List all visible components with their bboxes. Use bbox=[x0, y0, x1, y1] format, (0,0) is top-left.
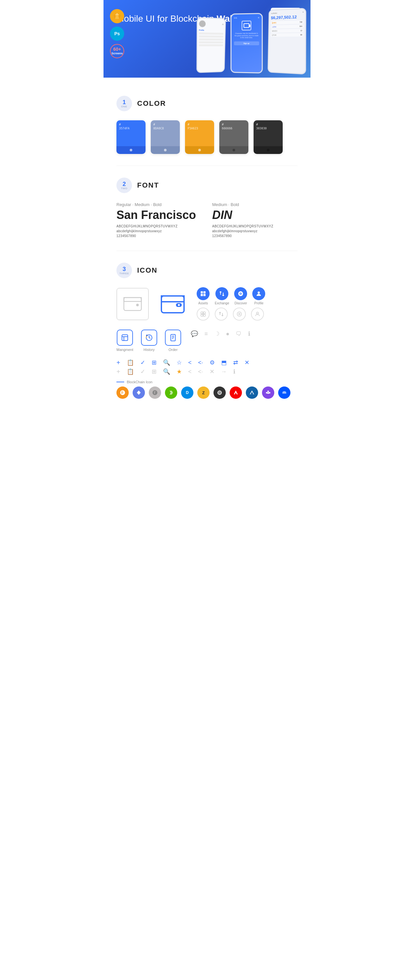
ark-icon bbox=[230, 387, 242, 399]
chat-icon: 🗨 bbox=[236, 331, 242, 337]
color-title: COLOR bbox=[137, 99, 166, 108]
font-section: 2 TWO FONT Regular · Medium · Bold San F… bbox=[104, 166, 310, 251]
nav-icons-column: Assets Exchange Discover bbox=[197, 287, 265, 321]
circle-icon: ● bbox=[226, 331, 230, 337]
info-outline-icon: ℹ bbox=[233, 369, 236, 374]
screens-badge: 60+ Screens bbox=[110, 44, 124, 58]
icon-section-header: 3 THREE ICON bbox=[116, 262, 298, 278]
share-icon: <· bbox=[198, 360, 203, 366]
utility-icons-gray: + 📋 ✓ ⊞ 🔍 ★ < <· ✕ → ℹ bbox=[116, 368, 298, 375]
svg-rect-14 bbox=[201, 294, 203, 296]
order-icon bbox=[165, 329, 181, 346]
utility-icons-blue: + 📋 ✓ ⊞ 🔍 ☆ < <· ⚙ ⬒ ⇄ ✕ bbox=[116, 360, 298, 366]
plus-outline-icon: + bbox=[116, 368, 120, 375]
check-icon: ✓ bbox=[140, 360, 145, 366]
swatch-dark: #303030 bbox=[253, 120, 283, 154]
hero-section: Mobile UI for Blockchain Wallet UI Kit P… bbox=[104, 0, 310, 78]
star-filled-icon: ★ bbox=[177, 369, 182, 374]
svg-point-25 bbox=[239, 313, 240, 315]
save-icon: ⬒ bbox=[221, 360, 227, 366]
waves-icon bbox=[278, 387, 290, 399]
info-icon: ℹ bbox=[248, 330, 250, 337]
wallet-grid-icon bbox=[116, 288, 149, 320]
moon-icon: ☽ bbox=[215, 330, 220, 337]
order-icon-item: Order bbox=[165, 329, 181, 352]
comment-icon: 💬 bbox=[191, 330, 198, 337]
svg-rect-22 bbox=[201, 314, 203, 316]
svg-rect-27 bbox=[122, 335, 128, 340]
font-din: Medium · Bold DIN ABCDEFGHIJKLMNOPQRSTUV… bbox=[212, 202, 298, 239]
sketch-badge bbox=[110, 9, 124, 23]
clipboard-icon: 📋 bbox=[127, 360, 134, 366]
back-outline-icon: < bbox=[188, 369, 192, 374]
settings-icon: ⚙ bbox=[210, 360, 215, 366]
section-number-1: 1 ONE bbox=[116, 96, 132, 111]
din-name: DIN bbox=[212, 208, 298, 222]
font-grid: Regular · Medium · Bold San Francisco AB… bbox=[116, 202, 298, 239]
svg-point-24 bbox=[237, 312, 242, 316]
qr-icon: ⊞ bbox=[152, 360, 156, 366]
svg-point-31 bbox=[146, 335, 147, 336]
dash-icon: D bbox=[181, 387, 193, 399]
app-icons-row: Mangment History Order bbox=[116, 329, 181, 352]
svg-rect-15 bbox=[204, 294, 206, 296]
sf-nums: 1234567890 bbox=[116, 234, 202, 238]
search-outline-icon: 🔍 bbox=[163, 369, 170, 374]
din-nums: 1234567890 bbox=[212, 234, 298, 238]
ps-badge: Ps bbox=[110, 27, 124, 41]
section-number-2: 2 TWO bbox=[116, 178, 132, 193]
section-number-3: 3 THREE bbox=[116, 262, 132, 278]
blockchain-label-text: BlockChain Icon bbox=[127, 380, 153, 384]
eth-icon bbox=[132, 387, 145, 399]
color-section-header: 1 ONE COLOR bbox=[116, 96, 298, 111]
swap-icon: ⇄ bbox=[233, 360, 238, 366]
hero-badges: Ps 60+ Screens bbox=[110, 9, 124, 58]
history-icon bbox=[141, 329, 157, 346]
search-icon: 🔍 bbox=[163, 360, 170, 366]
blockchain-section: BlockChain Icon bbox=[116, 380, 298, 384]
sf-upper: ABCDEFGHIJKLMNOPQRSTUVWXYZ bbox=[116, 224, 202, 228]
font-sf: Regular · Medium · Bold San Francisco AB… bbox=[116, 202, 202, 239]
svg-point-7 bbox=[136, 304, 139, 306]
check-outline-icon: ✓ bbox=[140, 369, 145, 374]
close-icon: ✕ bbox=[245, 360, 249, 366]
ardr-icon bbox=[246, 387, 258, 399]
icon-title: ICON bbox=[137, 266, 158, 275]
blockchain-line bbox=[116, 382, 124, 382]
svg-point-18 bbox=[240, 293, 241, 294]
din-upper: ABCDEFGHIJKLMNOPQRSTUVWXYZ bbox=[212, 224, 298, 228]
phone-mockup-left: AI Profile bbox=[196, 17, 226, 73]
svg-point-26 bbox=[256, 312, 258, 314]
arrow-icon: → bbox=[221, 369, 227, 374]
cross-icon: ✕ bbox=[210, 369, 215, 374]
layers-icon: ≡ bbox=[204, 331, 208, 337]
back-icon: < bbox=[188, 360, 192, 366]
ltc-icon bbox=[149, 387, 161, 399]
svg-rect-6 bbox=[124, 298, 141, 301]
svg-rect-20 bbox=[201, 312, 203, 314]
icon-section: 3 THREE ICON bbox=[104, 251, 310, 410]
grid-icon bbox=[213, 387, 226, 399]
svg-rect-23 bbox=[204, 314, 205, 316]
sf-lower: abcdefghijklmnopqrstuvwxyz bbox=[116, 229, 202, 233]
swatch-slate: #8DA0C8 bbox=[151, 120, 180, 154]
font-section-header: 2 TWO FONT bbox=[116, 178, 298, 193]
btc-icon bbox=[116, 387, 129, 399]
matic-icon bbox=[262, 387, 274, 399]
svg-rect-13 bbox=[204, 291, 206, 294]
wallet-blue-icon bbox=[156, 288, 189, 320]
qr-outline-icon: ⊞ bbox=[152, 369, 156, 374]
zcash-icon: Z bbox=[197, 387, 210, 399]
wallet-icons-row: Assets Exchange Discover bbox=[116, 287, 298, 321]
neo-icon bbox=[165, 387, 177, 399]
swatch-orange: #F5A623 bbox=[185, 120, 214, 154]
misc-icons: 💬 ≡ ☽ ● 🗨 ℹ bbox=[191, 327, 250, 339]
svg-rect-5 bbox=[124, 298, 141, 310]
color-swatches: #3574FA #8DA0C8 #F5A623 #666666 #303030 bbox=[116, 120, 298, 154]
history-icon-item: History bbox=[141, 329, 157, 352]
svg-rect-12 bbox=[201, 291, 203, 294]
star-icon: ☆ bbox=[177, 360, 182, 366]
font-title: FONT bbox=[137, 181, 159, 189]
phone-mockup-middle: 9:41 ⚙ Character may be manifested in th… bbox=[231, 13, 263, 73]
swatch-blue: #3574FA bbox=[116, 120, 145, 154]
